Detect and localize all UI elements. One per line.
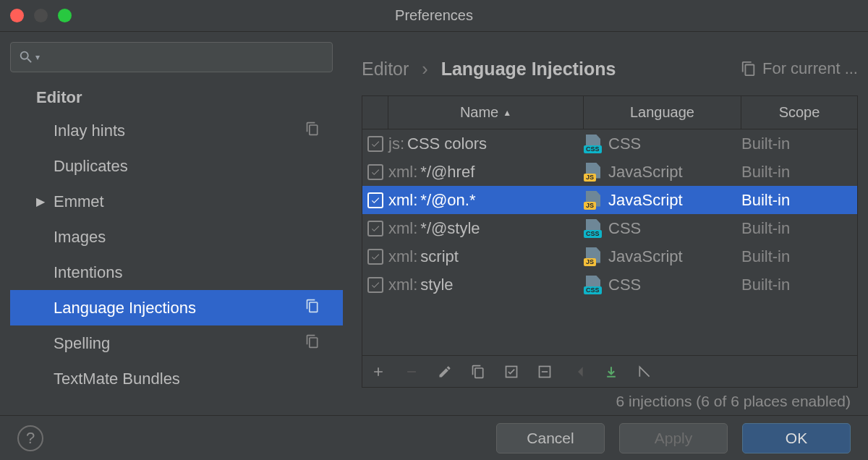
settings-tree: Editor Inlay hintsDuplicates▶EmmetImages… — [10, 85, 343, 415]
row-checkbox[interactable] — [362, 221, 388, 237]
disable-button[interactable] — [537, 365, 552, 379]
enable-button[interactable] — [504, 365, 519, 379]
row-name: xml:script — [388, 247, 584, 266]
row-language: CSSCSS — [584, 135, 741, 153]
edit-button[interactable] — [438, 365, 452, 379]
close-window-button[interactable] — [10, 9, 24, 22]
row-language: JSJavaScript — [584, 191, 741, 210]
sidebar-item-spelling[interactable]: Spelling — [10, 325, 343, 361]
breadcrumb-current: Language Injections — [441, 59, 616, 80]
sidebar-item-label: TextMate Bundles — [54, 370, 180, 388]
copy-icon — [305, 334, 320, 353]
sidebar-item-inlay-hints[interactable]: Inlay hints — [10, 113, 343, 148]
row-checkbox[interactable] — [362, 136, 388, 152]
titlebar: Preferences — [0, 0, 868, 32]
sidebar-item-images[interactable]: Images — [10, 219, 343, 255]
add-button[interactable] — [371, 365, 386, 379]
css-file-icon: CSS — [584, 135, 603, 153]
sidebar-item-label: Inlay hints — [54, 122, 125, 140]
zoom-window-button[interactable] — [58, 9, 72, 22]
js-file-icon: JS — [584, 163, 603, 182]
row-name: xml:*/@on.* — [388, 191, 584, 210]
col-scope[interactable]: Scope — [741, 96, 857, 129]
share-button[interactable] — [637, 365, 652, 379]
status-text: 6 injections (6 of 6 places enabled) — [362, 388, 858, 415]
cancel-button[interactable]: Cancel — [496, 423, 605, 453]
css-file-icon: CSS — [584, 219, 603, 238]
row-checkbox[interactable] — [362, 164, 388, 180]
sidebar-item-label: Images — [54, 228, 106, 247]
expand-icon[interactable]: ▶ — [36, 195, 45, 208]
col-name[interactable]: Name ▲ — [388, 96, 584, 129]
scope-selector[interactable]: For current ... — [741, 59, 858, 78]
row-name: xml:*/@style — [388, 219, 584, 238]
copy-button[interactable] — [471, 365, 485, 379]
sidebar-item-label: Duplicates — [54, 157, 128, 176]
sidebar-item-emmet[interactable]: ▶Emmet — [10, 184, 343, 219]
table-toolbar — [362, 355, 857, 387]
row-language: JSJavaScript — [584, 247, 741, 266]
ok-button[interactable]: OK — [742, 423, 851, 453]
sidebar-item-label: Language Injections — [54, 299, 196, 318]
sort-asc-icon: ▲ — [503, 108, 511, 118]
tree-root-editor[interactable]: Editor — [10, 85, 343, 113]
window-controls — [10, 9, 72, 22]
remove-button — [404, 365, 419, 379]
row-scope: Built-in — [741, 276, 857, 294]
row-language: CSSCSS — [584, 219, 741, 238]
sidebar-item-textmate-bundles[interactable]: TextMate Bundles — [10, 361, 343, 396]
row-scope: Built-in — [741, 163, 857, 182]
sidebar-item-label: Spelling — [54, 334, 110, 353]
table-header: Name ▲ Language Scope — [362, 96, 857, 129]
table-row[interactable]: xml:scriptJSJavaScriptBuilt-in — [362, 242, 857, 271]
row-checkbox[interactable] — [362, 192, 388, 208]
sidebar-item-duplicates[interactable]: Duplicates — [10, 148, 343, 184]
window-title: Preferences — [395, 7, 473, 24]
chevron-down-icon: ▾ — [35, 52, 40, 62]
row-name: js:CSS colors — [388, 135, 584, 153]
search-input[interactable]: ▾ — [10, 42, 333, 72]
breadcrumb: Editor › Language Injections For current… — [362, 42, 858, 95]
row-scope: Built-in — [741, 135, 857, 153]
table-row[interactable]: js:CSS colorsCSSCSSBuilt-in — [362, 129, 857, 158]
apply-button: Apply — [619, 423, 728, 453]
import-button — [571, 365, 585, 379]
sidebar-item-language-injections[interactable]: Language Injections — [10, 290, 343, 325]
sidebar-item-intentions[interactable]: Intentions — [10, 255, 343, 290]
col-checkbox[interactable] — [362, 96, 388, 129]
row-checkbox[interactable] — [362, 277, 388, 293]
table-row[interactable]: xml:styleCSSCSSBuilt-in — [362, 271, 857, 299]
breadcrumb-parent[interactable]: Editor — [362, 59, 409, 80]
breadcrumb-separator: › — [422, 59, 427, 80]
sidebar-item-label: Emmet — [54, 192, 104, 211]
js-file-icon: JS — [584, 191, 603, 210]
copy-icon — [305, 299, 320, 318]
row-scope: Built-in — [741, 191, 857, 210]
dialog-footer: ? Cancel Apply OK — [0, 415, 868, 460]
row-language: JSJavaScript — [584, 163, 741, 182]
col-language[interactable]: Language — [584, 96, 741, 129]
css-file-icon: CSS — [584, 276, 603, 294]
row-checkbox[interactable] — [362, 249, 388, 265]
js-file-icon: JS — [584, 247, 603, 266]
table-row[interactable]: xml:*/@hrefJSJavaScriptBuilt-in — [362, 158, 857, 186]
table-row[interactable]: xml:*/@styleCSSCSSBuilt-in — [362, 214, 857, 242]
copy-icon — [741, 61, 757, 77]
minimize-window-button — [34, 9, 48, 22]
injections-table: Name ▲ Language Scope js:CSS colorsCSSCS… — [362, 95, 858, 388]
row-scope: Built-in — [741, 219, 857, 238]
export-button[interactable] — [604, 365, 618, 379]
row-scope: Built-in — [741, 247, 857, 266]
sidebar-item-label: Intentions — [54, 263, 122, 282]
row-name: xml:style — [388, 276, 584, 294]
help-button[interactable]: ? — [17, 425, 43, 451]
main-panel: Editor › Language Injections For current… — [343, 32, 868, 415]
copy-icon — [305, 122, 320, 140]
search-icon — [18, 49, 34, 65]
sidebar: ▾ Editor Inlay hintsDuplicates▶EmmetImag… — [0, 32, 343, 415]
row-name: xml:*/@href — [388, 163, 584, 182]
row-language: CSSCSS — [584, 276, 741, 294]
table-row[interactable]: xml:*/@on.*JSJavaScriptBuilt-in — [362, 186, 857, 214]
